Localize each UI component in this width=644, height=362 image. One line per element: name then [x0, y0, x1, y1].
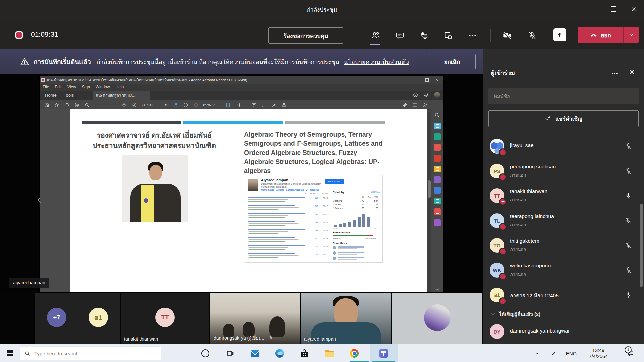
clock[interactable]: 13:49 7/4/2564 [581, 344, 616, 362]
request-control-button[interactable]: ร้องขอการควบคุม [268, 27, 343, 44]
view-all-link[interactable]: VIEW ALL [371, 191, 380, 193]
leave-button[interactable]: ออก [578, 27, 639, 43]
publication-row[interactable]: 312010 [248, 252, 329, 259]
combine-files-tool-icon[interactable] [434, 166, 441, 172]
publication-row[interactable]: 402018 [248, 236, 329, 243]
cited-count[interactable]: 51 [309, 229, 318, 232]
more-actions-button[interactable] [467, 30, 478, 41]
mic-muted-icon[interactable] [625, 242, 632, 249]
cited-count[interactable]: 31 [309, 253, 318, 256]
create-pdf-tool-icon[interactable] [434, 109, 441, 116]
mail-app-button[interactable] [247, 344, 263, 362]
organize-pages-tool-icon[interactable] [434, 133, 441, 140]
print-button[interactable] [72, 102, 82, 108]
help-icon[interactable] [413, 92, 418, 98]
cited-count[interactable]: 54 [309, 221, 318, 224]
action-center-button[interactable]: 1 [621, 344, 640, 362]
zoom-out-button[interactable] [181, 102, 191, 108]
menu-sign[interactable]: Sign [82, 85, 90, 89]
tab-tools[interactable]: Tools [64, 90, 74, 100]
cited-count[interactable]: 36 [309, 245, 318, 248]
taskbar-search-input[interactable] [34, 350, 149, 357]
send-email-button[interactable] [410, 102, 420, 108]
scroll-up-icon[interactable] [427, 110, 431, 113]
stage-previous-chevron[interactable] [36, 194, 43, 206]
collapse-rail-icon[interactable] [434, 287, 440, 292]
next-page-button[interactable] [129, 102, 139, 108]
video-tile-room[interactable] [392, 293, 482, 344]
scroll-down-icon[interactable] [427, 288, 431, 292]
mic-toggle-button[interactable] [527, 30, 537, 41]
dismiss-banner-button[interactable]: ยกเลิก [429, 54, 476, 69]
audio-participants-tile[interactable]: +7 อ1 [35, 293, 120, 344]
menu-file[interactable]: File [43, 85, 49, 89]
highlight-button[interactable] [259, 102, 269, 108]
show-hidden-icons-button[interactable] [530, 344, 543, 362]
share-screen-button[interactable] [553, 28, 566, 41]
compress-pdf-tool-icon[interactable] [434, 176, 441, 183]
acrobat-maximize-button[interactable] [422, 77, 432, 83]
edge-app-button[interactable] [272, 344, 288, 362]
participant-row[interactable]: PS peerapong suebsan ภายนอก [483, 159, 644, 183]
redact-tool-icon[interactable] [434, 187, 441, 194]
bell-icon[interactable] [423, 92, 429, 98]
scrollbar-thumb[interactable] [428, 180, 431, 198]
more-horizontal-icon[interactable] [161, 337, 165, 341]
cited-count[interactable]: 40 [309, 237, 318, 240]
coauthor-row[interactable] [333, 246, 376, 250]
comment-button[interactable] [249, 102, 259, 108]
teams-app-button[interactable] [370, 344, 398, 362]
task-view-button[interactable] [222, 344, 238, 362]
publication-row[interactable]: 582018 [248, 204, 329, 211]
page-number-display[interactable]: 21 / 31 [141, 103, 153, 107]
chrome-app-button[interactable] [346, 344, 362, 362]
participants-more-button[interactable] [611, 70, 619, 77]
tab-document[interactable]: แนะนำหลักสูตร วท.ม./... [93, 90, 150, 100]
windows-ink-button[interactable] [547, 344, 560, 362]
file-explorer-button[interactable] [321, 344, 337, 362]
publication-row[interactable]: 512019 [248, 228, 329, 235]
participants-button[interactable] [370, 30, 381, 41]
cited-count[interactable]: 58 [309, 205, 318, 208]
taskbar-search-box[interactable] [20, 347, 161, 360]
send-signature-tool-icon[interactable] [434, 219, 441, 226]
chat-button[interactable] [394, 30, 405, 41]
mic-muted-icon[interactable] [625, 266, 632, 274]
video-tile-aiyared[interactable]: aiyared iampan [301, 293, 391, 344]
mic-muted-icon[interactable] [625, 142, 632, 150]
participants-close-button[interactable] [629, 69, 635, 75]
participant-row[interactable]: TL teerapong lainchua ภายนอก [483, 208, 644, 233]
previous-page-button[interactable] [119, 102, 129, 108]
share-with-others-button[interactable] [420, 102, 430, 108]
close-tab-icon[interactable] [144, 94, 147, 97]
zoom-in-button[interactable] [191, 102, 201, 108]
publication-row[interactable]: 362019 [248, 244, 329, 251]
camera-toggle-button[interactable] [502, 30, 513, 41]
comment-tool-icon[interactable] [434, 144, 441, 151]
edit-pdf-tool-icon[interactable] [434, 123, 441, 129]
coauthor-row[interactable] [333, 251, 376, 255]
publication-row[interactable]: 542017 [248, 220, 329, 227]
publication-row[interactable]: 562016 [248, 212, 329, 219]
participant-row[interactable]: TT tanakit thianwan ภายนอก [483, 183, 644, 208]
privacy-policy-link[interactable]: นโยบายความเป็นส่วนตัว [344, 59, 409, 65]
cortana-button[interactable] [197, 344, 213, 362]
store-app-button[interactable] [297, 344, 313, 362]
video-tile-damrongsak[interactable]: damrongsak.ya (ผู้เยี่ยม... [210, 293, 300, 344]
more-horizontal-icon[interactable] [339, 337, 343, 341]
panel-scrollbar-thumb[interactable] [640, 204, 643, 287]
participant-search-input[interactable] [488, 88, 639, 104]
participant-row[interactable]: WK wetin kasornporm ภายนอก [483, 258, 644, 283]
participant-row[interactable]: jirayu_sae [483, 134, 644, 159]
cited-count[interactable]: 81 [309, 197, 318, 200]
acrobat-vertical-scrollbar[interactable] [427, 109, 431, 292]
room-participant-avatar[interactable]: อ1 [89, 308, 108, 327]
participant-row[interactable]: TG thiti gaketem ภายนอก [483, 233, 644, 258]
mic-muted-icon[interactable] [625, 217, 632, 224]
hand-tool-button[interactable] [171, 102, 181, 108]
reactions-button[interactable] [419, 30, 429, 41]
sign-button[interactable] [269, 102, 279, 108]
account-avatar[interactable] [434, 92, 440, 98]
participant-row[interactable]: อ1 อาคาร 12 ห้อง 12405 [483, 283, 644, 307]
cited-count[interactable]: 56 [309, 213, 318, 216]
